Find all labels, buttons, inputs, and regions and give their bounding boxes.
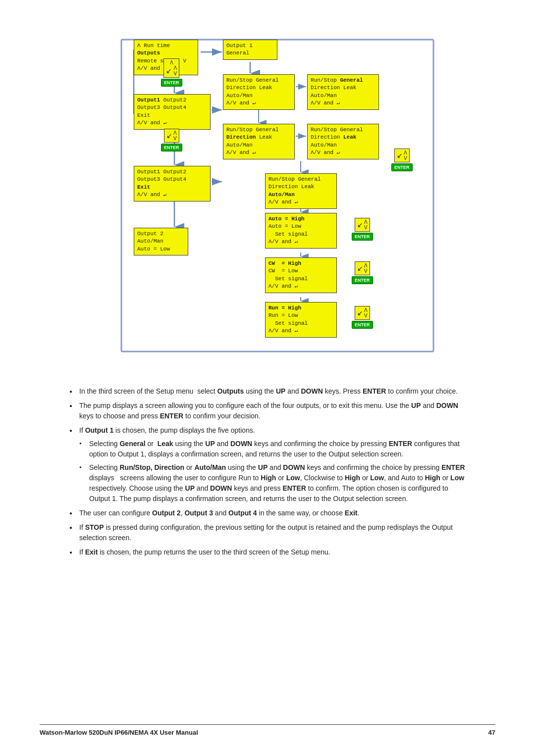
content-area: In the third screen of the Setup menu se… <box>69 386 466 557</box>
nav-mid1: ↙ Λ V ENTER <box>161 129 182 151</box>
nav-right1: ↙ Λ V ENTER <box>391 149 413 171</box>
screen-auto-high: Auto = High Auto = Low Set signal Λ/V an… <box>265 213 337 249</box>
footer-title: Watson-Marlow 520DuN IP66/NEMA 4X User M… <box>40 729 198 736</box>
screen-run-high: Run = High Run = Low Set signal Λ/V and … <box>265 302 337 338</box>
screen-output-select1: Output1 Output2 Output3 Output4 Exit Λ/V… <box>134 94 211 130</box>
bullet-6: If Exit is chosen, the pump returns the … <box>69 547 466 557</box>
bullet-2: The pump displays a screen allowing you … <box>69 401 466 421</box>
bullet-6-text: If Exit is chosen, the pump returns the … <box>79 548 330 556</box>
screen-runstop2: Run/Stop General Direction Leak Auto/Man… <box>307 74 379 110</box>
nav-topleft: Λ ↙ Λ V ENTER <box>161 58 182 87</box>
bullet-3-text: If Output 1 is chosen, the pump displays… <box>79 426 255 434</box>
screen-runstop3: Run/Stop General Direction Leak Auto/Man… <box>223 124 295 159</box>
bullet-4-text: The user can configure Output 2, Output … <box>79 509 359 517</box>
screen-output-select2: Output1 Output2 Output3 Output4 Exit Λ/V… <box>134 166 211 202</box>
footer-page: 47 <box>488 729 495 736</box>
bullet-1: In the third screen of the Setup menu se… <box>69 386 466 397</box>
nav-cw-high: ↙ Λ V ENTER <box>352 261 373 284</box>
nav-run-high: ↙ Λ V ENTER <box>352 306 373 329</box>
bullet-3: If Output 1 is chosen, the pump displays… <box>69 425 466 504</box>
screen-runstop4: Run/Stop General Direction Leak Auto/Man… <box>307 124 379 159</box>
diagram-container: Λ Run time Outputs Remote stop V Λ/V and… <box>45 30 490 366</box>
nav-auto-high: ↙ Λ V ENTER <box>352 218 373 241</box>
sub-bullet-list-3: Selecting General or Leak using the UP a… <box>79 439 466 504</box>
bullet-2-text: The pump displays a screen allowing you … <box>79 402 458 420</box>
bullet-5: If STOP is pressed during configuration,… <box>69 522 466 543</box>
sub-bullet-3-1-text: Selecting General or Leak using the UP a… <box>89 440 460 458</box>
screen-output1-general: Output 1 General <box>223 40 277 60</box>
page: Λ Run time Outputs Remote stop V Λ/V and… <box>0 0 535 601</box>
footer: Watson-Marlow 520DuN IP66/NEMA 4X User M… <box>40 724 495 736</box>
bullet-4: The user can configure Output 2, Output … <box>69 508 466 518</box>
sub-bullet-3-2: Selecting Run/Stop, Direction or Auto/Ma… <box>79 462 466 504</box>
screen-runstop1: Run/Stop General Direction Leak Auto/Man… <box>223 74 295 110</box>
bullet-5-text: If STOP is pressed during configuration,… <box>79 523 453 542</box>
screen-output2: Output 2 Auto/Man Auto = Low <box>134 228 188 255</box>
bullet-1-text: In the third screen of the Setup menu se… <box>79 387 458 395</box>
sub-bullet-3-1: Selecting General or Leak using the UP a… <box>79 439 466 459</box>
screen-runstop5: Run/Stop General Direction Leak Auto/Man… <box>265 173 337 209</box>
bullet-list: In the third screen of the Setup menu se… <box>69 386 466 557</box>
screen-cw-high: CW = High CW = Low Set signal Λ/V and ↵ <box>265 257 337 293</box>
sub-bullet-3-2-text: Selecting Run/Stop, Direction or Auto/Ma… <box>89 463 465 503</box>
